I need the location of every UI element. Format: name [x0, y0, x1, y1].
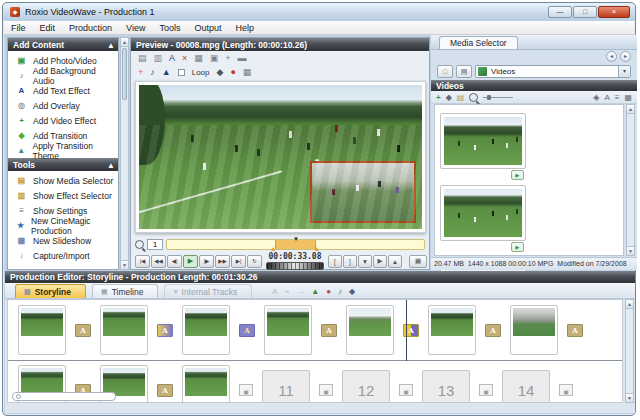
storyline-clip[interactable] — [18, 305, 66, 355]
sidebar-item-show-effect-selector[interactable]: ▥Show Effect Selector — [8, 188, 118, 203]
menu-view[interactable]: View — [119, 22, 152, 34]
keyframe-icon[interactable]: ▲ — [162, 67, 171, 77]
fast-forward-button[interactable]: ▶▶ — [215, 255, 230, 268]
browse-folder-icon[interactable]: ▤ — [457, 93, 465, 102]
folder-up-icon[interactable]: ▤ — [456, 65, 472, 78]
menu-file[interactable]: File — [4, 22, 33, 34]
storyline-scrollbar[interactable]: ▲ ▼ — [625, 299, 634, 403]
scroll-up-icon[interactable]: ▲ — [627, 105, 634, 114]
video-thumbnail[interactable]: ▶ — [440, 113, 526, 169]
transition-chip[interactable]: A — [239, 324, 255, 337]
add-content-header[interactable]: Add Content ▴ — [8, 38, 118, 51]
prev-frame-button[interactable]: ◀| — [167, 255, 182, 268]
transition-chip[interactable]: A — [157, 324, 173, 337]
transition-chip[interactable]: A — [157, 384, 173, 397]
menu-production[interactable]: Production — [62, 22, 119, 34]
transition-tool-icon[interactable]: ▲ — [311, 287, 319, 296]
play-clip-icon[interactable]: ▶ — [511, 170, 524, 180]
nav-back-icon[interactable]: ◂ — [606, 51, 617, 62]
tab-internal-tracks[interactable]: ≡ Internal Tracks — [164, 284, 252, 298]
empty-clip-slot[interactable]: 11 — [262, 370, 310, 403]
edit-text-icon[interactable]: A — [169, 53, 175, 63]
chevron-down-icon[interactable]: ▾ — [618, 66, 630, 77]
export-frame-icon[interactable]: ▬ — [238, 53, 247, 63]
sort-icon[interactable]: A — [604, 93, 609, 102]
collapse-icon[interactable]: ▴ — [109, 160, 113, 170]
empty-clip-slot[interactable]: 13 — [422, 370, 470, 403]
sidebar-item-add-overlay[interactable]: ◎Add Overlay — [8, 98, 118, 113]
storyline-clip[interactable] — [428, 305, 476, 355]
collapse-icon[interactable]: ▴ — [109, 40, 113, 50]
text-tool-icon[interactable]: A — [272, 287, 277, 296]
scrollbar-thumb[interactable] — [122, 48, 127, 100]
sidebar-item-capture-import[interactable]: ↓Capture/Import — [8, 248, 118, 263]
trim-out-marker[interactable]: ▲ — [313, 245, 320, 252]
zoom-lens-icon[interactable] — [135, 240, 144, 249]
transition-placeholder[interactable]: ▣ — [559, 384, 573, 396]
views-icon[interactable]: □ — [437, 65, 453, 78]
details-view-icon[interactable]: ≡ — [615, 93, 620, 102]
safe-area-icon[interactable]: ▣ — [210, 53, 219, 63]
preview-settings-button[interactable]: ▦ — [409, 255, 427, 268]
menu-output[interactable]: Output — [187, 22, 228, 34]
search-icon[interactable]: ◈ — [593, 93, 599, 102]
go-start-button[interactable]: |◀ — [135, 255, 150, 268]
playhead-marker[interactable]: ▼ — [293, 236, 299, 242]
transition-placeholder[interactable]: ▣ — [239, 384, 253, 396]
sidebar-scrollbar[interactable]: ▲ ▼ — [120, 37, 129, 270]
transition-chip[interactable]: A — [485, 324, 501, 337]
menu-help[interactable]: Help — [228, 22, 261, 34]
show-tracks-icon[interactable]: ▤ — [138, 53, 147, 63]
sidebar-item-apply-transition-theme[interactable]: ▲Apply Transition Theme — [8, 143, 118, 158]
maximize-button[interactable]: □ — [573, 6, 597, 18]
rewind-button[interactable]: ◀◀ — [151, 255, 166, 268]
play-button[interactable]: ▶ — [183, 255, 198, 268]
loop-checkbox[interactable] — [178, 69, 185, 76]
transition-chip[interactable]: A — [321, 324, 337, 337]
transition-chip[interactable]: A — [567, 324, 583, 337]
mark-in-button[interactable]: [ — [328, 255, 342, 268]
media-location-combo[interactable]: Videos ▾ — [475, 65, 631, 78]
magnet-icon[interactable]: ◆ — [216, 67, 223, 77]
trim-timeline[interactable]: ▲ ▲ ▼ — [166, 239, 425, 250]
scroll-down-icon[interactable]: ▼ — [121, 260, 128, 269]
scroll-down-icon[interactable]: ▼ — [627, 246, 634, 255]
scroll-down-icon[interactable]: ▼ — [626, 393, 633, 402]
trim-icon[interactable]: + — [138, 67, 143, 77]
record-narration-icon[interactable]: ● — [326, 287, 331, 296]
empty-clip-slot[interactable]: 14 — [502, 370, 550, 403]
scroll-up-icon[interactable]: ▲ — [626, 300, 633, 309]
storyline-clip[interactable] — [182, 365, 230, 403]
tab-storyline[interactable]: ▤ Storyline — [15, 284, 86, 298]
storyline-clip[interactable] — [100, 305, 148, 355]
delete-icon[interactable]: × — [182, 53, 187, 63]
insert-before-button[interactable]: ▼ — [358, 255, 372, 268]
menu-edit[interactable]: Edit — [33, 22, 63, 34]
transition-placeholder[interactable]: ▣ — [479, 384, 493, 396]
production-settings-icon[interactable]: ▦ — [194, 53, 203, 63]
add-media-icon[interactable]: + — [436, 93, 441, 102]
pip-overlay[interactable] — [310, 161, 416, 223]
volume-icon[interactable]: ◆ — [349, 287, 355, 296]
storyline-playhead[interactable] — [406, 300, 407, 361]
empty-clip-slot[interactable]: 12 — [342, 370, 390, 403]
loop-play-button[interactable]: ↻ — [247, 255, 262, 268]
sidebar-item-add-video-effect[interactable]: +Add Video Effect — [8, 113, 118, 128]
media-scrollbar[interactable]: ▲ ▼ — [626, 104, 635, 256]
preview-production-button[interactable]: ▶ — [373, 255, 387, 268]
storyline-clip[interactable] — [346, 305, 394, 355]
thumbnail-view-icon[interactable]: ▦ — [624, 93, 632, 102]
track-visibility-icon[interactable]: ▥ — [154, 53, 163, 63]
mark-out-button[interactable]: ] — [343, 255, 357, 268]
apply-icon[interactable]: → — [296, 287, 304, 296]
auto-detect-icon[interactable]: ◆ — [446, 93, 452, 102]
delete-clip-icon[interactable]: × — [285, 287, 290, 296]
video-thumbnail[interactable]: ▶ — [440, 185, 526, 241]
transition-chip[interactable]: A — [75, 324, 91, 337]
menu-tools[interactable]: Tools — [152, 22, 187, 34]
storyline-clip[interactable] — [182, 305, 230, 355]
tab-media-selector[interactable]: Media Selector — [439, 36, 518, 49]
record-icon[interactable]: ● — [230, 67, 235, 77]
narration-icon[interactable]: ♪ — [338, 287, 342, 296]
audio-mute-icon[interactable]: ♪ — [150, 67, 155, 77]
